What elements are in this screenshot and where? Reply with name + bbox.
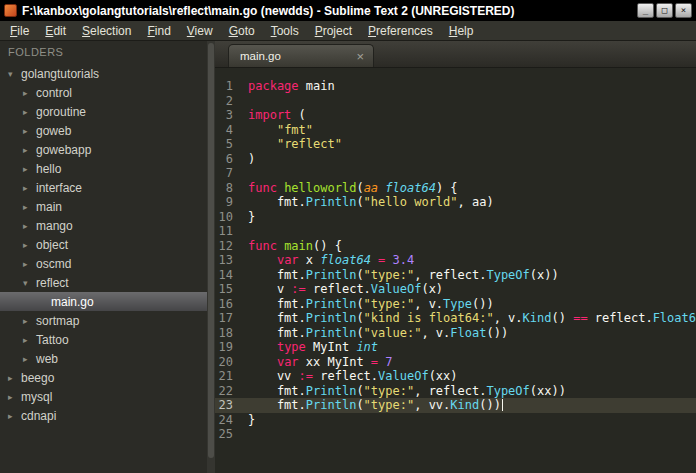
menu-tools[interactable]: Tools (263, 22, 307, 40)
tree-collapsed-arrow-icon[interactable]: ▸ (8, 411, 21, 421)
sidebar-folder-goweb[interactable]: ▸goweb (0, 121, 215, 140)
tree-collapsed-arrow-icon[interactable]: ▸ (23, 202, 36, 212)
line-number: 6 (215, 152, 248, 167)
editor-pane: main.go × 1package main23import (4 "fmt"… (215, 41, 696, 473)
tree-collapsed-arrow-icon[interactable]: ▸ (23, 335, 36, 345)
tree-expanded-arrow-icon[interactable]: ▾ (23, 278, 36, 288)
line-content: import ( (248, 108, 306, 123)
code-line-12[interactable]: 12func main() { (215, 239, 696, 254)
line-content: package main (248, 79, 335, 94)
code-line-1[interactable]: 1package main (215, 79, 696, 94)
menu-goto[interactable]: Goto (221, 22, 263, 40)
sidebar-scrollbar-thumb[interactable] (208, 43, 214, 458)
tree-collapsed-arrow-icon[interactable]: ▸ (8, 373, 21, 383)
code-line-5[interactable]: 5 "reflect" (215, 137, 696, 152)
code-line-11[interactable]: 11 (215, 224, 696, 239)
code-line-6[interactable]: 6) (215, 152, 696, 167)
code-editor[interactable]: 1package main23import (4 "fmt"5 "reflect… (215, 68, 696, 473)
menu-edit[interactable]: Edit (37, 22, 74, 40)
code-line-14[interactable]: 14 fmt.Println("type:", reflect.TypeOf(x… (215, 268, 696, 283)
tree-collapsed-arrow-icon[interactable]: ▸ (23, 88, 36, 98)
code-line-15[interactable]: 15 v := reflect.ValueOf(x) (215, 282, 696, 297)
tree-collapsed-arrow-icon[interactable]: ▸ (23, 126, 36, 136)
tree-collapsed-arrow-icon[interactable]: ▸ (23, 164, 36, 174)
close-button[interactable]: × (675, 3, 692, 18)
menu-find[interactable]: Find (139, 22, 178, 40)
code-line-7[interactable]: 7 (215, 166, 696, 181)
tab-close-icon[interactable]: × (356, 50, 364, 63)
menu-bar: FileEditSelectionFindViewGotoToolsProjec… (0, 21, 696, 41)
sidebar-folder-web[interactable]: ▸web (0, 349, 215, 368)
menu-help[interactable]: Help (441, 22, 482, 40)
code-line-8[interactable]: 8func helloworld(aa float64) { (215, 181, 696, 196)
code-line-25[interactable]: 25 (215, 427, 696, 442)
sidebar-scrollbar[interactable] (207, 41, 215, 473)
code-line-2[interactable]: 2 (215, 94, 696, 109)
code-line-4[interactable]: 4 "fmt" (215, 123, 696, 138)
sidebar-folder-mysql[interactable]: ▸mysql (0, 387, 215, 406)
sidebar-folder-main[interactable]: ▸main (0, 197, 215, 216)
line-number: 1 (215, 79, 248, 94)
sidebar-folder-hello[interactable]: ▸hello (0, 159, 215, 178)
sidebar-folder-oscmd[interactable]: ▸oscmd (0, 254, 215, 273)
tree-collapsed-arrow-icon[interactable]: ▸ (23, 354, 36, 364)
line-number: 25 (215, 427, 248, 442)
line-number: 8 (215, 181, 248, 196)
sidebar-folder-object[interactable]: ▸object (0, 235, 215, 254)
tab-main-go[interactable]: main.go × (228, 44, 374, 67)
tree-collapsed-arrow-icon[interactable]: ▸ (23, 240, 36, 250)
menu-preferences[interactable]: Preferences (360, 22, 441, 40)
sidebar-folder-tattoo[interactable]: ▸Tattoo (0, 330, 215, 349)
tree-collapsed-arrow-icon[interactable]: ▸ (23, 259, 36, 269)
code-line-16[interactable]: 16 fmt.Println("type:", v.Type()) (215, 297, 696, 312)
code-line-18[interactable]: 18 fmt.Println("value:", v.Float()) (215, 326, 696, 341)
minimize-button[interactable]: _ (637, 3, 654, 18)
code-line-21[interactable]: 21 vv := reflect.ValueOf(xx) (215, 369, 696, 384)
sidebar-folder-sortmap[interactable]: ▸sortmap (0, 311, 215, 330)
code-line-3[interactable]: 3import ( (215, 108, 696, 123)
line-number: 19 (215, 340, 248, 355)
sidebar-folder-mango[interactable]: ▸mango (0, 216, 215, 235)
menu-file[interactable]: File (2, 22, 37, 40)
code-line-20[interactable]: 20 var xx MyInt = 7 (215, 355, 696, 370)
line-content: func main() { (248, 239, 342, 254)
sidebar-folder-gowebapp[interactable]: ▸gowebapp (0, 140, 215, 159)
code-line-22[interactable]: 22 fmt.Println("type:", reflect.TypeOf(x… (215, 384, 696, 399)
tree-item-label: interface (36, 181, 82, 195)
tree-collapsed-arrow-icon[interactable]: ▸ (23, 221, 36, 231)
line-content: fmt.Println("type:", vv.Kind()) (248, 398, 503, 413)
menu-selection[interactable]: Selection (74, 22, 139, 40)
menu-view[interactable]: View (179, 22, 221, 40)
sidebar-folder-golangtutorials[interactable]: ▾golangtutorials (0, 64, 215, 83)
sidebar-folder-goroutine[interactable]: ▸goroutine (0, 102, 215, 121)
code-line-23[interactable]: 23 fmt.Println("type:", vv.Kind()) (215, 398, 696, 413)
code-line-10[interactable]: 10} (215, 210, 696, 225)
code-line-19[interactable]: 19 type MyInt int (215, 340, 696, 355)
tree-collapsed-arrow-icon[interactable]: ▸ (8, 392, 21, 402)
tree-expanded-arrow-icon[interactable]: ▾ (8, 69, 21, 79)
code-line-17[interactable]: 17 fmt.Println("kind is float64:", v.Kin… (215, 311, 696, 326)
sidebar-folder-cdnapi[interactable]: ▸cdnapi (0, 406, 215, 425)
tree-item-label: main (36, 200, 62, 214)
tree-collapsed-arrow-icon[interactable]: ▸ (23, 107, 36, 117)
sidebar-file-main.go[interactable]: main.go (0, 292, 215, 311)
sidebar-folder-beego[interactable]: ▸beego (0, 368, 215, 387)
code-line-13[interactable]: 13 var x float64 = 3.4 (215, 253, 696, 268)
menu-project[interactable]: Project (307, 22, 360, 40)
line-content: var x float64 = 3.4 (248, 253, 414, 268)
code-line-24[interactable]: 24} (215, 413, 696, 428)
code-line-9[interactable]: 9 fmt.Println("hello world", aa) (215, 195, 696, 210)
tree-collapsed-arrow-icon[interactable]: ▸ (23, 183, 36, 193)
sidebar-folder-reflect[interactable]: ▾reflect (0, 273, 215, 292)
line-number: 2 (215, 94, 248, 109)
tree-item-label: control (36, 86, 72, 100)
tree-item-label: goweb (36, 124, 71, 138)
title-bar[interactable]: F:\kanbox\golangtutorials\reflect\main.g… (0, 0, 696, 21)
tree-collapsed-arrow-icon[interactable]: ▸ (23, 316, 36, 326)
line-number: 23 (215, 398, 248, 413)
sidebar-folder-control[interactable]: ▸control (0, 83, 215, 102)
tree-collapsed-arrow-icon[interactable]: ▸ (23, 145, 36, 155)
line-content: fmt.Println("value:", v.Float()) (248, 326, 508, 341)
sidebar-folder-interface[interactable]: ▸interface (0, 178, 215, 197)
maximize-button[interactable]: □ (656, 3, 673, 18)
